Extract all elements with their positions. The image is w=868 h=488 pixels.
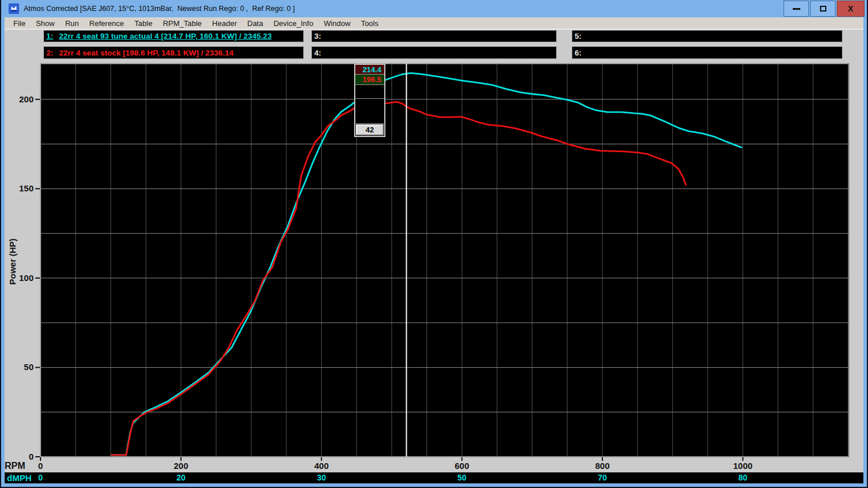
run-slot-number: 4: [312,49,327,57]
maximize-icon [820,6,826,12]
menu-item-data[interactable]: Data [242,17,268,29]
run-slot-number: 3: [312,32,327,40]
rpm-tick-label: 600 [444,461,479,471]
readout-value-run2: 196.5 [355,75,384,85]
readout-cursor-x-value: 42 [356,124,384,135]
rpm-tick-label: 800 [585,461,620,471]
app-icon [9,3,19,14]
app-window: Atmos Corrected [SAE J607, 15°C, 1013mBa… [0,0,868,488]
menu-bar: FileShowRunReferenceTableRPM_TableHeader… [5,17,863,29]
run-slot-3[interactable]: 3: [311,30,557,42]
menu-item-device_info[interactable]: Device_Info [269,17,319,29]
run-slot-6[interactable]: 6: [572,46,843,59]
close-icon: X [848,5,853,13]
dmph-tick-label: 0 [23,473,58,482]
dmph-tick-label: 30 [304,473,339,482]
dmph-tick-label: 50 [444,473,479,482]
rpm-tick-label: 200 [164,461,198,471]
maximize-button[interactable] [810,1,836,17]
rpm-tick-label: 0 [23,461,58,471]
dmph-tick-label: 20 [164,473,198,482]
dmph-tick-label: 70 [585,473,620,482]
menu-item-rpm_table[interactable]: RPM_Table [157,17,207,29]
title-bar[interactable]: Atmos Corrected [SAE J607, 15°C, 1013mBa… [1,0,867,17]
menu-item-window[interactable]: Window [318,17,355,29]
menu-item-tools[interactable]: Tools [356,17,384,29]
readout-empty-row [355,99,384,124]
rpm-tick-label: 400 [304,461,339,471]
run-slot-number: 1: [44,32,59,40]
x-axis-title-rpm: RPM [5,461,25,471]
run-slot-number: 2: [44,49,59,57]
dmph-tick-label: 80 [726,473,760,482]
menu-item-header[interactable]: Header [207,17,242,29]
plot-area[interactable] [41,64,849,457]
window-border-bottom [1,483,867,487]
run-slot-2[interactable]: 2:22rr 4 seat stock [198.6 HP, 148.1 KW]… [43,46,304,59]
y-tick-label: 150 [9,183,34,193]
y-axis-title: Power (HP) [8,210,17,314]
run-slot-number: 5: [572,32,587,40]
menu-item-reference[interactable]: Reference [84,17,129,29]
run-label-text: 22rr 4 seat stock [198.6 HP, 148.1 KW] /… [59,49,233,57]
menu-item-file[interactable]: File [8,17,31,29]
window-title: Atmos Corrected [SAE J607, 15°C, 1013mBa… [24,5,295,13]
minimize-button[interactable] [784,1,809,17]
readout-value-run1: 214.4 [355,65,384,75]
window-border-right [863,0,867,487]
rpm-tick-label: 1000 [726,461,760,471]
run-slot-number: 6: [572,49,587,57]
menu-item-show[interactable]: Show [31,17,60,29]
run-label-text: 22rr 4 seat 93 tune actual 4 [214.7 HP, … [59,32,271,40]
menu-item-run[interactable]: Run [60,17,84,29]
cursor-readout-box: 214.4196.542 [354,64,385,137]
y-tick-label: 50 [9,362,34,372]
y-tick-label: 0 [9,452,34,461]
close-button[interactable]: X [837,1,865,17]
run-slot-4[interactable]: 4: [311,46,557,59]
run-slot-5[interactable]: 5: [572,30,843,42]
run-slot-1[interactable]: 1:22rr 4 seat 93 tune actual 4 [214.7 HP… [43,30,304,42]
y-tick-label: 100 [9,273,34,283]
minimize-icon [793,8,800,10]
readout-empty-row [355,85,384,99]
y-tick-label: 200 [9,94,34,104]
menu-item-table[interactable]: Table [129,17,157,29]
